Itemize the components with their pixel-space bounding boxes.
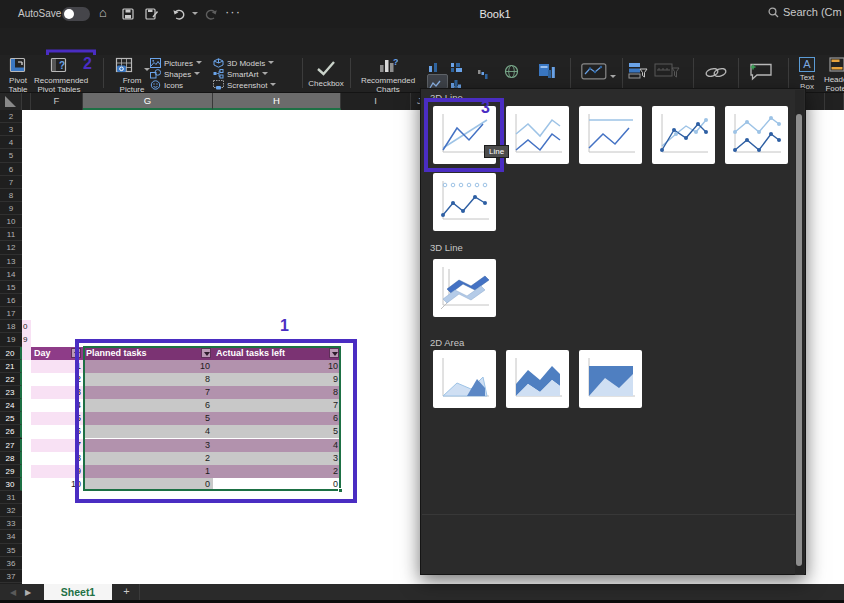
row-header-34[interactable]: 34	[0, 530, 22, 543]
planned-cell[interactable]: 8	[83, 373, 213, 386]
checkbox-button[interactable]: Checkbox	[306, 57, 346, 88]
row-header-19[interactable]: 19	[0, 333, 22, 346]
chart-thumbnail-stacked-line-with-markers[interactable]	[725, 106, 788, 164]
search-field[interactable]: Search (Cm	[768, 6, 844, 22]
day-cell[interactable]: 1	[31, 360, 83, 373]
insert-histogram-button[interactable]	[449, 74, 470, 89]
actual-cell[interactable]: 3	[213, 452, 341, 465]
row-header-9[interactable]: 9	[0, 202, 22, 215]
undo-icon[interactable]	[172, 8, 186, 23]
actual-cell[interactable]: 4	[213, 439, 341, 452]
chart-thumbnail-area[interactable]	[433, 350, 496, 408]
day-cell[interactable]: 2	[31, 373, 83, 386]
actual-cell[interactable]: 0	[213, 478, 341, 491]
planned-cell[interactable]: 5	[83, 412, 213, 425]
sparkline-button[interactable]	[580, 63, 616, 82]
menu-scrollbar-track[interactable]	[795, 90, 804, 575]
row-header-6[interactable]: 6	[0, 163, 22, 176]
day-cell[interactable]: 4	[31, 399, 83, 412]
row-header-5[interactable]: 5	[0, 149, 22, 162]
day-cell[interactable]: 3	[31, 386, 83, 399]
row-header-27[interactable]: 27	[0, 439, 22, 452]
day-cell[interactable]: 7	[31, 439, 83, 452]
shapes-button[interactable]: Shapes	[150, 69, 200, 80]
row-header-35[interactable]: 35	[0, 544, 22, 557]
recommended-charts-button[interactable]: ? Recommended Charts	[356, 57, 420, 93]
sheet-tab-sheet1[interactable]: Sheet1	[44, 584, 112, 600]
row-header-14[interactable]: 14	[0, 268, 22, 281]
icons-button[interactable]: Icons	[150, 80, 183, 91]
row-header-8[interactable]: 8	[0, 189, 22, 202]
save-icon[interactable]	[122, 8, 134, 23]
column-header-sliver[interactable]	[22, 93, 31, 110]
column-header-I[interactable]: I	[341, 93, 411, 110]
day-cell[interactable]: 9	[31, 465, 83, 478]
planned-cell[interactable]: 1	[83, 465, 213, 478]
from-picture-button[interactable]: From Picture	[110, 57, 154, 93]
column-header-H[interactable]: H	[213, 93, 341, 110]
table-header-2[interactable]: Actual tasks left	[213, 347, 341, 360]
recommended-pivot-tables-button[interactable]: ? Recommended Pivot Tables	[34, 57, 84, 93]
link-button[interactable]	[703, 64, 733, 79]
stray-cell-20[interactable]	[22, 347, 31, 360]
row-header-11[interactable]: 11	[0, 228, 22, 241]
row-header-30[interactable]: 30	[0, 478, 22, 491]
planned-cell[interactable]: 2	[83, 452, 213, 465]
row-header-15[interactable]: 15	[0, 281, 22, 294]
insert-bar-chart-button[interactable]	[449, 58, 470, 73]
insert-column-chart-button[interactable]	[427, 58, 448, 73]
row-header-17[interactable]: 17	[0, 307, 22, 320]
autosave-toggle[interactable]	[62, 7, 90, 21]
planned-cell[interactable]: 4	[83, 425, 213, 438]
insert-waterfall-chart-button[interactable]	[476, 65, 497, 80]
column-header-F[interactable]: F	[31, 93, 83, 110]
row-header-31[interactable]: 31	[0, 491, 22, 504]
actual-cell[interactable]: 10	[213, 360, 341, 373]
chart-thumbnail-stacked-line[interactable]	[506, 106, 569, 164]
row-header-10[interactable]: 10	[0, 215, 22, 228]
row-header-22[interactable]: 22	[0, 373, 22, 386]
undo-chevron-icon[interactable]	[192, 12, 198, 15]
day-cell[interactable]: 5	[31, 412, 83, 425]
chart-thumbnail-line-with-markers[interactable]	[652, 106, 715, 164]
slicer-button[interactable]	[627, 61, 651, 76]
row-header-18[interactable]: 18	[0, 320, 22, 333]
row-header-28[interactable]: 28	[0, 452, 22, 465]
day-cell[interactable]: 6	[31, 425, 83, 438]
row-header-23[interactable]: 23	[0, 386, 22, 399]
day-cell[interactable]: 10	[31, 478, 83, 491]
insert-map-chart-button[interactable]	[503, 63, 524, 78]
row-header-32[interactable]: 32	[0, 504, 22, 517]
row-header-7[interactable]: 7	[0, 176, 22, 189]
smartart-button[interactable]: SmartArt	[213, 69, 268, 80]
filter-button-2[interactable]	[329, 348, 339, 358]
actual-cell[interactable]: 8	[213, 386, 341, 399]
planned-cell[interactable]: 3	[83, 439, 213, 452]
3d-models-button[interactable]: 3D Models	[213, 58, 274, 69]
save-as-icon[interactable]	[145, 8, 159, 23]
header-footer-button[interactable]: Header Footer	[822, 57, 844, 93]
chart-thumbnail-hundred-stacked-area[interactable]	[579, 350, 642, 408]
chart-thumbnail-stacked-area[interactable]	[506, 350, 569, 408]
column-header-G[interactable]: G	[83, 93, 213, 110]
planned-cell[interactable]: 6	[83, 399, 213, 412]
row-header-24[interactable]: 24	[0, 399, 22, 412]
home-icon[interactable]: ⌂	[99, 6, 107, 20]
row-header-33[interactable]: 33	[0, 517, 22, 530]
row-header-3[interactable]: 3	[0, 123, 22, 136]
stray-cell-18[interactable]: 0	[22, 320, 31, 333]
select-all-corner[interactable]	[0, 93, 22, 110]
more-commands-icon[interactable]: ···	[225, 4, 241, 19]
row-header-26[interactable]: 26	[0, 425, 22, 438]
menu-scrollbar-thumb[interactable]	[796, 114, 802, 566]
actual-cell[interactable]: 5	[213, 425, 341, 438]
day-cell[interactable]: 8	[31, 452, 83, 465]
row-header-4[interactable]: 4	[0, 136, 22, 149]
text-box-button[interactable]: A Text Box	[794, 57, 820, 91]
filter-button-0[interactable]	[71, 348, 81, 358]
chart-thumbnail-hundred-stacked-line-with-markers[interactable]	[433, 173, 496, 231]
actual-cell[interactable]: 9	[213, 373, 341, 386]
chart-thumbnail-three-d-line[interactable]	[433, 259, 496, 317]
screenshot-button[interactable]: Screenshot	[213, 80, 276, 91]
row-header-12[interactable]: 12	[0, 241, 22, 254]
